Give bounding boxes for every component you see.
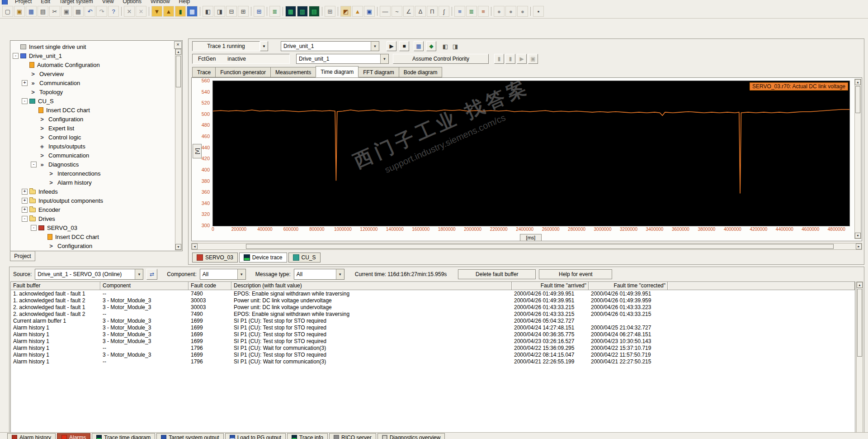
close-icon[interactable]: × bbox=[174, 41, 182, 49]
table-row[interactable]: Alarm history 13 - Motor_Module_31699SI … bbox=[11, 324, 855, 331]
message-type-combo[interactable]: All ▼ bbox=[294, 269, 344, 280]
column-header-fault-time-corrected[interactable]: Fault time "corrected" bbox=[589, 282, 668, 290]
zoom-tool-icon[interactable]: ◧ bbox=[441, 42, 450, 51]
tree-item-control-logic[interactable]: >Control logic bbox=[12, 133, 174, 142]
copy-icon[interactable]: ▣ bbox=[61, 6, 72, 17]
measuring-function-icon[interactable]: ▤ bbox=[309, 6, 320, 17]
delete-icon[interactable]: ✕ bbox=[124, 6, 135, 17]
fctgen-start-button[interactable]: ▶ bbox=[517, 54, 527, 64]
project-tab[interactable]: Project bbox=[10, 251, 35, 261]
scroll-up-icon[interactable]: ▲ bbox=[855, 79, 861, 85]
collapse-icon[interactable]: - bbox=[31, 225, 37, 231]
paste-icon[interactable]: ▩ bbox=[73, 6, 84, 17]
scroll-down-icon[interactable]: ▼ bbox=[175, 244, 181, 250]
tree-item-infeeds[interactable]: +Infeeds bbox=[12, 187, 174, 196]
print-icon[interactable]: ▤ bbox=[38, 6, 48, 17]
menu-item-view[interactable]: View bbox=[101, 0, 115, 5]
tab-bode-diagram[interactable]: Bode diagram bbox=[399, 67, 443, 77]
scroll-up-icon[interactable]: ▲ bbox=[857, 282, 863, 288]
ruler-tool-icon[interactable]: ◨ bbox=[451, 42, 460, 51]
menu-item-target-system[interactable]: Target system bbox=[58, 0, 94, 5]
device-trace-icon[interactable]: ▥ bbox=[297, 6, 308, 17]
plot-area[interactable]: SERVO_03.r70: Actual DC link voltage bbox=[212, 81, 850, 226]
menu-item-options[interactable]: Options bbox=[122, 0, 142, 5]
tree-item-input-output-components[interactable]: +Input/output components bbox=[12, 196, 174, 205]
help-for-event-button[interactable]: Help for event bbox=[539, 269, 612, 279]
hscroll-thumb[interactable] bbox=[246, 244, 834, 249]
pulse-icon[interactable]: ʃ bbox=[439, 6, 449, 17]
tree-item-insert-dcc-chart[interactable]: Insert DCC chart bbox=[12, 232, 174, 241]
insert-chart-icon[interactable]: ⊞ bbox=[254, 6, 264, 17]
chevron-down-icon[interactable]: ▼ bbox=[371, 42, 379, 51]
device-tab-cu-s[interactable]: CU_S bbox=[288, 253, 321, 262]
help-pointer-icon[interactable]: ? bbox=[108, 6, 119, 17]
detail-list-icon[interactable]: ≣ bbox=[466, 6, 477, 17]
table-row[interactable]: Alarm history 13 - Motor_Module_31699SI … bbox=[11, 331, 855, 338]
step-icon[interactable]: Π bbox=[427, 6, 438, 17]
tree-item-drive-unit-1[interactable]: -Drive_unit_1 bbox=[12, 51, 174, 60]
status-tab-load-to-pg-output[interactable]: Load to PG output bbox=[225, 433, 286, 439]
tree-item-cu-s[interactable]: -CU_S bbox=[12, 96, 174, 105]
status-tab-trace-info[interactable]: Trace info bbox=[287, 433, 328, 439]
tree-item-expert-list[interactable]: >Expert list bbox=[12, 124, 174, 133]
layout-grid-icon[interactable]: ⊞ bbox=[325, 6, 335, 17]
redo-icon[interactable]: ↷ bbox=[96, 6, 107, 17]
trace-settings-button[interactable]: ▦ bbox=[414, 41, 424, 51]
collapse-icon[interactable]: - bbox=[31, 162, 37, 167]
tree-item-communication[interactable]: >Communication bbox=[12, 151, 174, 160]
trace-stop-button[interactable]: ■ bbox=[399, 41, 409, 51]
collapse-icon[interactable]: - bbox=[13, 53, 19, 59]
ramp-icon[interactable]: ∆ bbox=[415, 6, 426, 17]
device-tab-servo-03[interactable]: SERVO_03 bbox=[192, 253, 238, 262]
tab-trace[interactable]: Trace bbox=[192, 67, 216, 77]
compact-list-icon[interactable]: ≡ bbox=[478, 6, 489, 17]
connect-target-icon[interactable]: ▮ bbox=[175, 6, 186, 17]
tab-time-diagram[interactable]: Time diagram bbox=[316, 66, 359, 77]
tab-fft-diagram[interactable]: FFT diagram bbox=[358, 67, 399, 77]
curve-icon[interactable]: ~ bbox=[392, 6, 402, 17]
table-row[interactable]: 2. acknowledged fault - fault 2--7490EPO… bbox=[11, 310, 855, 317]
trace-start-button[interactable]: ▶ bbox=[387, 41, 396, 51]
accessible-nodes-icon[interactable]: ▦ bbox=[187, 6, 198, 17]
split-horizontal-icon[interactable]: ⊟ bbox=[226, 6, 237, 17]
chart-vertical-scrollbar[interactable]: ▲ ▼ bbox=[854, 79, 861, 239]
fault-vscroll-thumb[interactable] bbox=[857, 289, 862, 357]
table-row[interactable]: Alarm history 13 - Motor_Module_31699SI … bbox=[11, 338, 855, 344]
tree-item-interconnections[interactable]: >Interconnections bbox=[12, 169, 174, 178]
angle-icon[interactable]: ∠ bbox=[403, 6, 414, 17]
table-row[interactable]: 1. acknowledged fault - fault 23 - Motor… bbox=[11, 297, 855, 304]
tree-item-insert-single-drive-unit[interactable]: Insert single drive unit bbox=[12, 42, 174, 51]
menu-item-window[interactable]: Window bbox=[150, 0, 171, 5]
status-tab-target-system-output[interactable]: Target system output bbox=[156, 433, 223, 439]
device-tab-device-trace[interactable]: Device trace bbox=[239, 253, 287, 262]
source-combo[interactable]: Drive_unit_1 - SERVO_03 (Online) ▼ bbox=[35, 269, 143, 280]
fctgen-hold-button[interactable]: ▮ bbox=[505, 54, 515, 64]
record-circle-icon[interactable]: ● bbox=[494, 6, 505, 17]
trace-status-dropdown-icon[interactable]: ▼ bbox=[260, 41, 268, 51]
tree-item-insert-dcc-chart[interactable]: Insert DCC chart bbox=[12, 105, 174, 115]
menu-item-project[interactable]: Project bbox=[14, 0, 33, 5]
collapse-icon[interactable]: - bbox=[22, 216, 28, 222]
column-header-fault-time-arrived[interactable]: Fault time "arrived" bbox=[512, 282, 589, 290]
tree-item-diagnostics[interactable]: -»Diagnostics bbox=[12, 160, 174, 169]
tree-scroll-thumb[interactable] bbox=[176, 56, 181, 87]
status-tab-rico-server[interactable]: RICO server bbox=[329, 433, 376, 439]
tree-item-communication[interactable]: +»Communication bbox=[12, 78, 174, 87]
fctgen-config-button[interactable]: ▣ bbox=[528, 54, 538, 64]
show-left-pane-icon[interactable]: ◧ bbox=[203, 6, 213, 17]
column-header-description-with-fault-value[interactable]: Description (with fault value) bbox=[231, 282, 512, 290]
tree-item-drives[interactable]: -Drives bbox=[12, 214, 174, 223]
open-project-icon[interactable]: ▣ bbox=[14, 6, 25, 17]
status-tab-diagnostics-overview[interactable]: Diagnostics overview bbox=[377, 433, 445, 439]
options-more-icon[interactable]: ▪ bbox=[533, 6, 544, 17]
cut-icon[interactable]: ✂ bbox=[49, 6, 60, 17]
sort-list-icon[interactable]: ≣ bbox=[269, 6, 280, 17]
menu-item-help[interactable]: Help bbox=[178, 0, 191, 5]
save-project-icon[interactable]: ▦ bbox=[26, 6, 37, 17]
split-vertical-icon[interactable]: ⊞ bbox=[238, 6, 249, 17]
fault-vertical-scrollbar[interactable]: ▲ ▼ bbox=[856, 282, 863, 439]
tree-item-inputs-outputs[interactable]: ◈Inputs/outputs bbox=[12, 142, 174, 151]
expand-icon[interactable]: + bbox=[22, 207, 28, 213]
chevron-down-icon[interactable]: ▼ bbox=[336, 269, 344, 279]
trace-snapshot-button[interactable]: ◆ bbox=[426, 41, 436, 51]
